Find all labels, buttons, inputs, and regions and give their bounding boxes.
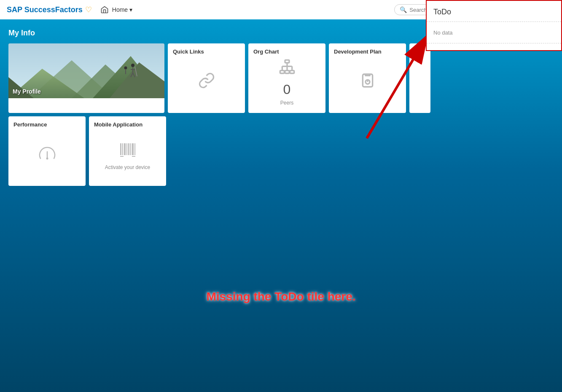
svg-rect-17	[285, 60, 289, 63]
barcode-icon	[118, 140, 137, 162]
tile-mobile-application[interactable]: Mobile Application	[89, 116, 166, 186]
svg-rect-40	[132, 156, 135, 157]
quick-links-icon-area	[173, 56, 240, 108]
tile-performance[interactable]: Performance	[8, 116, 86, 186]
tile-g[interactable]: G	[409, 43, 430, 113]
g-label: G	[414, 48, 425, 56]
todo-panel: ToDo No data	[426, 0, 562, 51]
mobile-app-icon-area: Activate your device	[94, 129, 161, 181]
org-chart-icon	[279, 59, 296, 79]
dev-plan-icon-area	[334, 56, 401, 108]
org-chart-icon-area: 0 Peers	[253, 56, 320, 108]
svg-rect-34	[126, 143, 127, 155]
missing-todo-annotation: Missing the ToDo tile here.	[206, 290, 355, 303]
svg-point-15	[124, 67, 127, 70]
tile-development-plan[interactable]: Development Plan	[329, 43, 406, 113]
tile-org-chart[interactable]: Org Chart	[248, 43, 325, 113]
search-icon: 🔍	[400, 6, 407, 13]
performance-title: Performance	[13, 121, 81, 128]
peers-count: 0	[283, 82, 291, 97]
home-label: Home	[112, 6, 128, 13]
peers-label: Peers	[280, 100, 293, 106]
todo-header: ToDo	[427, 1, 561, 22]
org-chart-title: Org Chart	[253, 48, 320, 55]
todo-title: ToDo	[433, 8, 451, 16]
tiles-row-1: My Profile Quick Links Org Chart	[8, 43, 554, 113]
svg-rect-36	[130, 143, 131, 155]
svg-point-30	[46, 157, 48, 159]
svg-rect-39	[120, 156, 124, 157]
brand: SAP SuccessFactors ♡	[7, 5, 92, 14]
svg-rect-38	[134, 143, 135, 155]
mobile-app-title: Mobile Application	[94, 121, 161, 128]
home-icon-btn[interactable]	[100, 5, 109, 14]
link-icon	[198, 72, 215, 93]
activate-device-label: Activate your device	[105, 164, 150, 170]
svg-rect-35	[128, 143, 129, 155]
speedometer-icon	[37, 143, 57, 167]
svg-rect-37	[132, 143, 134, 155]
dev-plan-title: Development Plan	[334, 48, 401, 55]
heart-icon: ♡	[85, 5, 92, 14]
profile-image: My Profile	[8, 43, 164, 98]
svg-rect-33	[124, 143, 126, 155]
brand-name: SAP SuccessFactors	[7, 5, 83, 14]
todo-no-data: No data	[433, 30, 453, 36]
clipboard-icon	[359, 72, 376, 93]
tile-my-profile[interactable]: My Profile	[8, 43, 164, 113]
svg-rect-20	[290, 70, 294, 73]
svg-rect-31	[120, 143, 121, 155]
svg-point-9	[131, 64, 134, 67]
tiles-row-2: Performance Mobile Application	[8, 116, 554, 186]
svg-rect-32	[122, 143, 123, 155]
todo-footer	[427, 43, 561, 50]
home-nav[interactable]: Home ▾	[112, 6, 132, 13]
my-profile-label: My Profile	[13, 88, 41, 95]
svg-rect-18	[280, 70, 284, 73]
performance-icon-area	[13, 129, 81, 181]
tile-quick-links[interactable]: Quick Links	[168, 43, 245, 113]
main-content: My Info	[0, 20, 562, 392]
svg-rect-19	[285, 70, 289, 73]
todo-body: No data	[427, 22, 561, 43]
home-dropdown-arrow: ▾	[129, 6, 132, 13]
quick-links-title: Quick Links	[173, 48, 240, 55]
